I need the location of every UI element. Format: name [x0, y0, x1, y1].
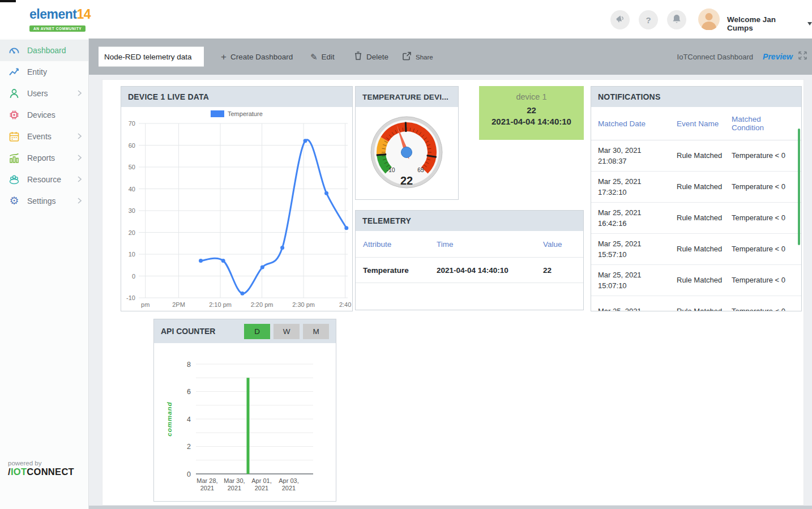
sidebar-item-label: Users	[27, 89, 78, 98]
range-button-week[interactable]: W	[273, 324, 300, 339]
sidebar-item-settings[interactable]: ⚙ Settings	[0, 190, 88, 212]
gear-icon: ⚙	[8, 195, 20, 207]
svg-text:Apr 01,: Apr 01,	[251, 477, 271, 484]
chevron-right-icon	[78, 174, 82, 185]
avatar[interactable]	[698, 8, 720, 32]
svg-text:65: 65	[417, 166, 424, 173]
device-status-card: device 1 22 2021-04-04 14:40:10	[479, 86, 584, 140]
svg-text:2021: 2021	[228, 485, 241, 491]
edit-button[interactable]: ✎ Edit	[310, 53, 335, 61]
notifications-widget: NOTIFICATIONS Matched Date Event Name Ma…	[591, 86, 802, 311]
widget-header: API COUNTER D W M	[154, 319, 336, 343]
create-dashboard-button[interactable]: + Create Dashboard	[221, 52, 293, 62]
sidebar-item-dashboard[interactable]: Dashboard	[0, 40, 88, 61]
svg-text:6: 6	[187, 388, 191, 396]
api-counter-widget: API COUNTER D W M 02468Mar 28,2021Mar 30…	[153, 319, 336, 502]
column-header[interactable]: Attribute	[363, 240, 437, 249]
svg-text:pm: pm	[141, 301, 149, 308]
device-timestamp: 2021-04-04 14:40:10	[479, 117, 584, 126]
sidebar-item-reports[interactable]: Reports	[0, 147, 88, 169]
gauge-widget: TEMPERATURE DEVI... -106522	[355, 86, 459, 200]
sidebar-item-resource[interactable]: Resource	[0, 169, 88, 190]
command-bar-chart: 02468Mar 28,2021Mar 30,2021Apr 01,2021Ap…	[154, 343, 336, 501]
delete-button[interactable]: Delete	[354, 51, 388, 62]
svg-text:0: 0	[187, 470, 191, 478]
svg-text:-10: -10	[386, 166, 395, 173]
chevron-right-icon	[78, 153, 82, 163]
svg-text:Mar 30,: Mar 30,	[224, 477, 245, 484]
widget-title: NOTIFICATIONS	[591, 87, 801, 107]
fullscreen-button[interactable]	[797, 50, 808, 63]
column-header[interactable]: Matched Date	[598, 119, 677, 128]
svg-text:Mar 28,: Mar 28,	[196, 477, 217, 484]
svg-text:2021: 2021	[282, 485, 296, 491]
sidebar-item-label: Entity	[27, 67, 88, 76]
entity-chart-icon	[8, 66, 20, 78]
sidebar-item-label: Resource	[27, 175, 78, 184]
range-button-month[interactable]: M	[303, 324, 329, 339]
svg-text:30: 30	[129, 207, 135, 214]
sidebar-item-entity[interactable]: Entity	[0, 61, 88, 83]
preview-link[interactable]: Preview	[763, 52, 793, 61]
sidebar-item-events[interactable]: Events	[0, 126, 88, 147]
notifications-button[interactable]	[667, 10, 686, 29]
help-button[interactable]: ?	[639, 10, 658, 29]
svg-text:2021: 2021	[200, 485, 214, 491]
svg-text:Temperature: Temperature	[228, 110, 263, 117]
powered-by-label: powered by	[8, 460, 74, 467]
table-row: Mar 30, 202121:08:37 Rule Matched Temper…	[591, 140, 801, 172]
svg-text:10: 10	[129, 251, 135, 258]
range-button-day[interactable]: D	[244, 324, 270, 339]
sidebar-item-label: Devices	[27, 110, 88, 119]
sidebar-item-users[interactable]: Users	[0, 83, 88, 104]
platform-label: IoTConnect Dashboard	[677, 53, 753, 61]
notifications-header-row: Matched Date Event Name Matched Conditio…	[591, 107, 801, 140]
top-header: element14 AN AVNET COMMUNITY ? Welcome J…	[0, 0, 812, 39]
browser-artifact-strip	[0, 0, 16, 2]
column-header[interactable]: Time	[437, 240, 543, 249]
sidebar-item-label: Reports	[27, 153, 78, 162]
bell-icon	[672, 14, 681, 26]
logo-text: element14	[29, 7, 91, 22]
horizontal-scroll-strip[interactable]	[89, 506, 812, 509]
megaphone-icon	[615, 14, 625, 26]
svg-text:2021: 2021	[255, 485, 268, 491]
expand-arrows-icon	[797, 53, 808, 63]
sidebar-item-devices[interactable]: Devices	[0, 104, 88, 126]
chevron-right-icon	[78, 88, 82, 99]
widget-title: TELEMETRY	[356, 211, 583, 231]
svg-text:22: 22	[400, 174, 413, 187]
column-header[interactable]: Matched Condition	[732, 115, 794, 132]
table-row: Mar 25, 2021 Rule Matched Temperature < …	[591, 296, 801, 311]
column-header[interactable]: Value	[543, 240, 576, 249]
svg-text:20: 20	[129, 229, 135, 236]
logo-badge: AN AVNET COMMUNITY	[29, 25, 86, 32]
table-row: Temperature 2021-04-04 14:40:10 22	[356, 258, 583, 283]
svg-text:40: 40	[129, 186, 135, 193]
svg-text:2:10 pm: 2:10 pm	[209, 301, 232, 308]
scrollbar-thumb[interactable]	[798, 129, 800, 245]
svg-text:2:40: 2:40	[339, 301, 351, 308]
svg-text:2:30 pm: 2:30 pm	[292, 301, 315, 308]
dashboard-name-input[interactable]	[99, 47, 204, 67]
user-menu[interactable]: Welcome Jan Cumps	[727, 15, 812, 32]
telemetry-table: Attribute Time Value Temperature 2021-04…	[356, 231, 583, 283]
announcement-button[interactable]	[610, 10, 630, 29]
live-data-widget: DEVICE 1 LIVE DATA pm2PM2:10 pm2:20 pm2:…	[121, 86, 353, 311]
calendar-icon	[8, 130, 20, 143]
svg-text:-10: -10	[126, 294, 135, 301]
notifications-table: Matched Date Event Name Matched Conditio…	[591, 107, 801, 311]
bar-chart-icon	[8, 152, 20, 164]
svg-text:8: 8	[187, 361, 191, 369]
column-header[interactable]: Event Name	[677, 119, 732, 128]
telemetry-header-row: Attribute Time Value	[356, 231, 583, 258]
device-value: 22	[479, 105, 584, 115]
share-button[interactable]: Share	[402, 52, 433, 62]
telemetry-widget: TELEMETRY Attribute Time Value Temperatu…	[355, 210, 584, 310]
help-icon: ?	[646, 15, 651, 25]
sidebar: Dashboard Entity Users Devices Events	[0, 39, 89, 509]
element14-logo[interactable]: element14 AN AVNET COMMUNITY	[29, 7, 91, 32]
svg-text:60: 60	[129, 142, 135, 149]
people-icon	[8, 173, 20, 186]
svg-text:70: 70	[129, 120, 135, 127]
